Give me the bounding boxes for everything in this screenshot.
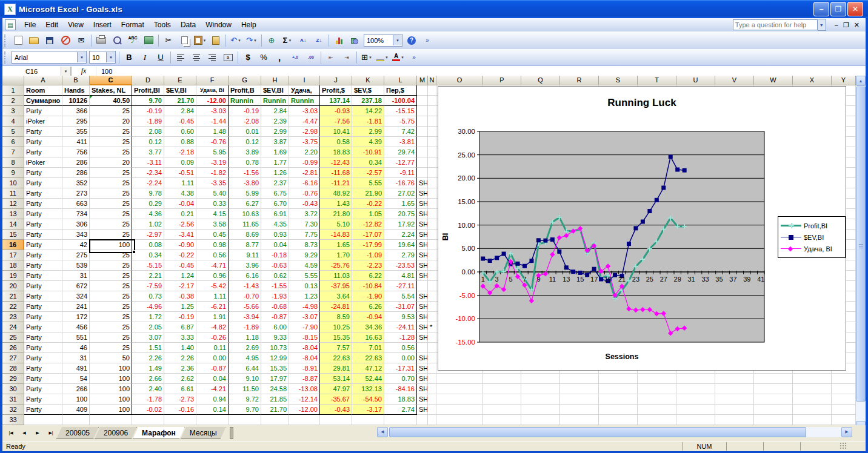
- cell-J25[interactable]: 15.35: [320, 332, 352, 343]
- cell-G16[interactable]: 8.77: [229, 240, 261, 250]
- cell-K5[interactable]: 2.99: [352, 127, 384, 137]
- doc-restore-icon[interactable]: ❐: [843, 21, 849, 29]
- cell-M6[interactable]: [417, 137, 428, 147]
- formula-input[interactable]: 100: [96, 68, 112, 75]
- cell-F5[interactable]: 1.48: [196, 127, 229, 137]
- cell-B3[interactable]: 366: [62, 106, 90, 116]
- cell-G17[interactable]: 9.11: [229, 250, 261, 260]
- cell-C29[interactable]: 100: [90, 374, 132, 384]
- cell-A4[interactable]: iPoker: [24, 116, 62, 127]
- running-luck-chart[interactable]: Running Luck30.0025.0020.0015.0010.005.0…: [438, 86, 846, 371]
- column-header-R[interactable]: R: [560, 76, 599, 85]
- cell-G2[interactable]: Runnin: [229, 96, 261, 106]
- permission-icon[interactable]: [58, 33, 73, 48]
- cell-A18[interactable]: Party: [24, 260, 62, 271]
- cell-D9[interactable]: -2.34: [132, 168, 164, 178]
- cell-G21[interactable]: -0.70: [229, 291, 261, 302]
- row-header-22[interactable]: 22: [2, 302, 24, 312]
- cell-B21[interactable]: 324: [62, 291, 90, 302]
- cell-T32[interactable]: [638, 405, 676, 415]
- cell-C27[interactable]: 50: [90, 353, 132, 363]
- cell-N5[interactable]: [428, 127, 436, 137]
- cell-F24[interactable]: -4.82: [196, 322, 229, 332]
- cell-D16[interactable]: 0.08: [132, 240, 164, 250]
- column-header-Q[interactable]: Q: [521, 76, 560, 85]
- row-header-27[interactable]: 27: [2, 353, 24, 363]
- sort-descending-icon[interactable]: Z↓: [312, 33, 326, 48]
- undo-icon[interactable]: ↶▼: [229, 33, 243, 48]
- cell-M3[interactable]: [417, 106, 428, 116]
- cell-F33[interactable]: [196, 415, 229, 425]
- cell-O31[interactable]: [436, 394, 483, 405]
- row-header-12[interactable]: 12: [2, 199, 24, 209]
- cell-B33[interactable]: [62, 415, 90, 425]
- cell-I21[interactable]: 1.23: [289, 291, 320, 302]
- row-header-5[interactable]: 5: [2, 127, 24, 137]
- cell-K19[interactable]: 6.22: [352, 271, 384, 281]
- cell-L24[interactable]: -24.11: [384, 322, 417, 332]
- cell-L28[interactable]: -17.31: [384, 363, 417, 374]
- chart-legend[interactable]: Profit,BI$EV,BIУдача, BI: [778, 216, 846, 258]
- cell-M2[interactable]: [417, 96, 428, 106]
- row-header-31[interactable]: 31: [2, 394, 24, 405]
- cell-H20[interactable]: -1.55: [261, 281, 289, 291]
- cell-J10[interactable]: -11.21: [320, 178, 352, 188]
- cell-I15[interactable]: 7.75: [289, 230, 320, 240]
- cell-J6[interactable]: 0.58: [320, 137, 352, 147]
- cell-N1[interactable]: [428, 85, 436, 96]
- cell-E6[interactable]: 0.88: [164, 137, 196, 147]
- cell-M12[interactable]: SH: [417, 199, 428, 209]
- cell-A28[interactable]: Party: [24, 363, 62, 374]
- cell-J28[interactable]: 29.81: [320, 363, 352, 374]
- cell-L10[interactable]: -16.76: [384, 178, 417, 188]
- cell-F22[interactable]: -6.21: [196, 302, 229, 312]
- cell-E27[interactable]: 2.26: [164, 353, 196, 363]
- cell-A10[interactable]: Party: [24, 178, 62, 188]
- menu-item-insert[interactable]: Insert: [88, 19, 116, 30]
- cell-D24[interactable]: 2.05: [132, 322, 164, 332]
- cell-C9[interactable]: 25: [90, 168, 132, 178]
- cell-G7[interactable]: 3.89: [229, 147, 261, 157]
- resize-grip[interactable]: [840, 442, 847, 450]
- cell-E25[interactable]: 3.33: [164, 332, 196, 343]
- cell-E32[interactable]: -0.16: [164, 405, 196, 415]
- row-header-25[interactable]: 25: [2, 332, 24, 343]
- cell-N33[interactable]: [428, 415, 436, 425]
- row-header-21[interactable]: 21: [2, 291, 24, 302]
- cell-L6[interactable]: -3.81: [384, 137, 417, 147]
- format-painter-icon[interactable]: [209, 33, 223, 48]
- cell-H3[interactable]: 2.84: [261, 106, 289, 116]
- column-header-E[interactable]: E: [164, 76, 196, 85]
- row-header-14[interactable]: 14: [2, 219, 24, 230]
- column-header-O[interactable]: O: [436, 76, 483, 85]
- cell-B14[interactable]: 306: [62, 219, 90, 230]
- cell-I11[interactable]: -0.76: [289, 188, 320, 199]
- cell-D5[interactable]: 2.08: [132, 127, 164, 137]
- cell-L22[interactable]: -31.07: [384, 302, 417, 312]
- menu-item-edit[interactable]: Edit: [41, 19, 63, 30]
- cell-C16[interactable]: 100: [90, 240, 132, 250]
- cell-H13[interactable]: 6.91: [261, 209, 289, 219]
- cell-G10[interactable]: -3.80: [229, 178, 261, 188]
- print-preview-icon[interactable]: [110, 33, 124, 48]
- cell-J8[interactable]: -12.43: [320, 157, 352, 168]
- menu-item-file[interactable]: File: [19, 19, 41, 30]
- cell-J18[interactable]: -25.76: [320, 260, 352, 271]
- cell-J2[interactable]: 137.14: [320, 96, 352, 106]
- cell-G31[interactable]: 9.72: [229, 394, 261, 405]
- cell-K30[interactable]: 132.13: [352, 384, 384, 394]
- cell-K24[interactable]: 34.36: [352, 322, 384, 332]
- cell-E17[interactable]: -0.22: [164, 250, 196, 260]
- cell-G33[interactable]: [229, 415, 261, 425]
- cell-B31[interactable]: 100: [62, 394, 90, 405]
- column-header-J[interactable]: J: [320, 76, 352, 85]
- cell-K32[interactable]: -3.17: [352, 405, 384, 415]
- cell-L18[interactable]: -23.53: [384, 260, 417, 271]
- insert-function-icon[interactable]: fx: [72, 67, 96, 76]
- cell-H12[interactable]: 6.70: [261, 199, 289, 209]
- cell-A1[interactable]: Room: [24, 85, 62, 96]
- cell-K1[interactable]: $EV,$: [352, 85, 384, 96]
- cell-B28[interactable]: 491: [62, 363, 90, 374]
- font-name-dropdown-icon[interactable]: ▼: [77, 52, 86, 62]
- cell-U32[interactable]: [676, 405, 715, 415]
